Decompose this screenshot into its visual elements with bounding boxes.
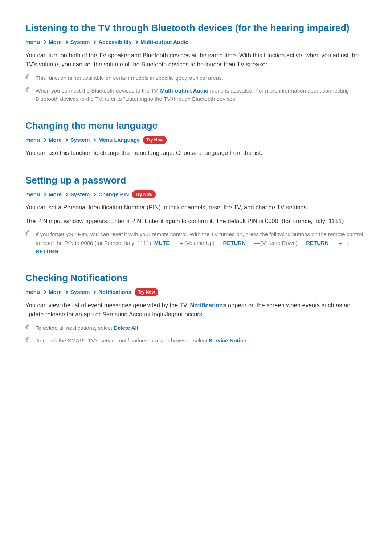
section-notifications: Checking Notifications menu More System … bbox=[25, 272, 367, 345]
note-list: This function is not available on certai… bbox=[25, 74, 367, 103]
crumb-more[interactable]: More bbox=[49, 190, 62, 199]
crumb-accessibility[interactable]: Accessibility bbox=[98, 38, 132, 46]
keyword-notifications: Notifications bbox=[190, 302, 226, 308]
note-item: To check the SMART TV's service notifica… bbox=[25, 336, 367, 345]
arrow-right-icon: → bbox=[171, 240, 177, 246]
chevron-right-icon bbox=[42, 192, 46, 196]
try-now-badge[interactable]: Try Now bbox=[135, 288, 158, 296]
crumb-system[interactable]: System bbox=[70, 38, 90, 46]
crumb-multi-output[interactable]: Multi-output Audio bbox=[140, 38, 189, 46]
pencil-icon bbox=[25, 87, 30, 92]
note-item: This function is not available on certai… bbox=[25, 74, 367, 82]
body-text: You can set a Personal Identification Nu… bbox=[25, 203, 367, 212]
keyword-mute: MUTE bbox=[154, 240, 170, 246]
body-text: You can view the list of event messages … bbox=[25, 301, 367, 319]
chevron-right-icon bbox=[64, 192, 68, 196]
keyword-multi-output: Multi-output Audio bbox=[160, 87, 209, 94]
arrow-right-icon: → bbox=[216, 240, 221, 246]
note-list: If you forget your PIN, you can reset it… bbox=[25, 230, 367, 255]
section-title: Checking Notifications bbox=[25, 272, 367, 284]
crumb-more[interactable]: More bbox=[49, 38, 62, 46]
breadcrumb: menu More System Notifications Try Now bbox=[25, 288, 367, 296]
section-menu-language: Changing the menu language menu More Sys… bbox=[25, 119, 367, 157]
try-now-badge[interactable]: Try Now bbox=[143, 136, 167, 144]
crumb-more[interactable]: More bbox=[49, 288, 62, 296]
chevron-right-icon bbox=[42, 40, 46, 44]
body-text: The PIN input window appears. Enter a PI… bbox=[25, 217, 367, 226]
note-item: To delete all notifications, select Dele… bbox=[25, 324, 367, 332]
arrow-right-icon: → bbox=[330, 240, 336, 246]
arrow-right-icon: → bbox=[345, 240, 350, 246]
breadcrumb: menu More System Change PIN Try Now bbox=[25, 190, 367, 199]
crumb-system[interactable]: System bbox=[70, 288, 90, 296]
note-text: If you forget your PIN, you can reset it… bbox=[36, 230, 367, 255]
keyword-delete-all: Delete All bbox=[114, 325, 138, 331]
chevron-right-icon bbox=[92, 192, 96, 196]
body-text: You can use this function to change the … bbox=[25, 148, 367, 158]
chevron-right-icon bbox=[64, 138, 68, 142]
chevron-right-icon bbox=[42, 138, 46, 142]
pencil-icon bbox=[25, 74, 30, 79]
chevron-right-icon bbox=[64, 40, 68, 44]
chevron-right-icon bbox=[134, 40, 138, 44]
crumb-more[interactable]: More bbox=[49, 136, 62, 144]
note-list: To delete all notifications, select Dele… bbox=[25, 324, 367, 345]
plus-icon: ＋ bbox=[337, 240, 343, 247]
keyword-return: RETURN bbox=[306, 240, 329, 246]
chevron-right-icon bbox=[92, 138, 96, 142]
crumb-menu[interactable]: menu bbox=[25, 288, 40, 296]
chevron-right-icon bbox=[64, 290, 68, 294]
breadcrumb: menu More System Menu Language Try Now bbox=[25, 136, 367, 144]
pencil-icon bbox=[25, 337, 30, 342]
section-password: Setting up a password menu More System C… bbox=[25, 174, 367, 255]
section-title: Changing the menu language bbox=[25, 119, 367, 132]
note-item: When you connect the Bluetooth devices t… bbox=[25, 86, 367, 103]
crumb-change-pin[interactable]: Change PIN bbox=[98, 190, 129, 199]
chevron-right-icon bbox=[92, 290, 96, 294]
try-now-badge[interactable]: Try Now bbox=[132, 190, 156, 198]
section-bluetooth-hearing: Listening to the TV through Bluetooth de… bbox=[25, 22, 367, 103]
crumb-system[interactable]: System bbox=[70, 190, 90, 199]
crumb-menu[interactable]: menu bbox=[25, 38, 40, 46]
pencil-icon bbox=[25, 324, 30, 329]
keyword-return: RETURN bbox=[36, 248, 58, 254]
arrow-right-icon: → bbox=[247, 240, 253, 246]
chevron-right-icon bbox=[92, 40, 96, 44]
minus-icon: — bbox=[254, 240, 260, 247]
plus-icon: ＋ bbox=[178, 240, 184, 247]
chevron-right-icon bbox=[42, 290, 46, 294]
keyword-service-notice: Service Notice bbox=[209, 337, 246, 344]
note-text: To check the SMART TV's service notifica… bbox=[36, 336, 367, 345]
section-title: Setting up a password bbox=[25, 174, 367, 187]
note-text: This function is not available on certai… bbox=[36, 74, 367, 82]
crumb-menu[interactable]: menu bbox=[25, 136, 40, 144]
note-text: When you connect the Bluetooth devices t… bbox=[36, 86, 367, 103]
crumb-system[interactable]: System bbox=[70, 136, 90, 144]
note-item: If you forget your PIN, you can reset it… bbox=[25, 230, 367, 255]
note-text: To delete all notifications, select Dele… bbox=[36, 324, 367, 332]
keyword-return: RETURN bbox=[223, 240, 246, 246]
body-text: You can turn on both of the TV speaker a… bbox=[25, 51, 367, 69]
crumb-notifications[interactable]: Notifications bbox=[98, 288, 131, 296]
crumb-menu-language[interactable]: Menu Language bbox=[98, 136, 140, 144]
crumb-menu[interactable]: menu bbox=[25, 190, 40, 199]
arrow-right-icon: → bbox=[299, 240, 305, 246]
pencil-icon bbox=[25, 231, 30, 236]
section-title: Listening to the TV through Bluetooth de… bbox=[25, 22, 367, 34]
breadcrumb: menu More System Accessibility Multi-out… bbox=[25, 38, 367, 46]
